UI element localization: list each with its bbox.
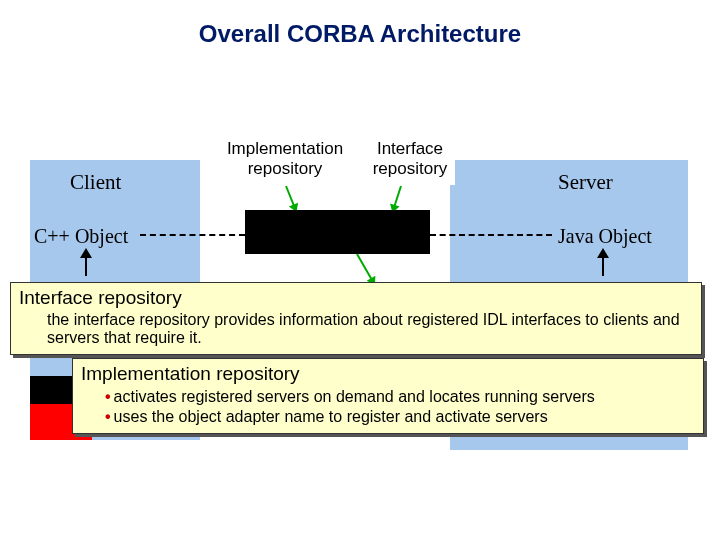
- bullet-item: uses the object adapter name to register…: [105, 407, 695, 427]
- diagram-canvas: Implementation repository Interface repo…: [0, 90, 720, 510]
- arrow-icon: [285, 186, 297, 211]
- cpp-object-label: C++ Object: [34, 225, 128, 248]
- callout-bullets: activates registered servers on demand a…: [81, 387, 695, 427]
- center-black-box: [245, 210, 430, 254]
- java-object-label: Java Object: [558, 225, 652, 248]
- interface-repository-box: Interface repository: [365, 135, 455, 185]
- implementation-repository-callout: Implementation repository activates regi…: [72, 358, 704, 434]
- client-label: Client: [70, 170, 121, 195]
- interface-repository-callout: Interface repository the interface repos…: [10, 282, 702, 355]
- callout-body: the interface repository provides inform…: [19, 311, 693, 348]
- slide-title: Overall CORBA Architecture: [0, 0, 720, 48]
- dashed-connector: [140, 234, 245, 236]
- bullet-item: activates registered servers on demand a…: [105, 387, 695, 407]
- implementation-repository-box: Implementation repository: [218, 135, 352, 185]
- callout-title: Implementation repository: [81, 363, 695, 385]
- server-label: Server: [558, 170, 613, 195]
- up-arrow-icon: [597, 248, 611, 278]
- dashed-connector: [430, 234, 552, 236]
- arrow-icon: [392, 186, 402, 211]
- callout-title: Interface repository: [19, 287, 693, 309]
- arrow-icon: [356, 254, 375, 284]
- up-arrow-icon: [80, 248, 94, 278]
